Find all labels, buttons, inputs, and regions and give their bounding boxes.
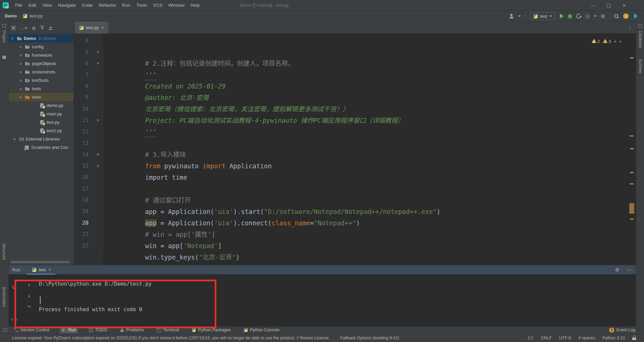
line-ending[interactable]: CRLF bbox=[541, 336, 552, 340]
fold-marker-icon[interactable] bbox=[93, 240, 103, 251]
menu-item[interactable]: Tools bbox=[133, 1, 150, 9]
tree-item[interactable]: venv bbox=[9, 93, 73, 101]
fold-marker-icon[interactable] bbox=[93, 115, 103, 126]
scrollbar-thumb[interactable] bbox=[629, 203, 634, 214]
window-grid-icon[interactable] bbox=[3, 328, 7, 332]
close-tab-icon[interactable]: ✕ bbox=[48, 268, 51, 272]
next-problem-icon[interactable]: ˅ bbox=[619, 40, 621, 44]
tree-item[interactable]: framework bbox=[9, 51, 73, 59]
chevron-down-icon[interactable] bbox=[518, 15, 521, 17]
expand-arrow-icon[interactable] bbox=[19, 53, 25, 57]
run-tab-test[interactable]: test ✕ bbox=[29, 265, 54, 275]
minimize-button[interactable]: — bbox=[591, 3, 595, 8]
expand-arrow-icon[interactable] bbox=[19, 87, 25, 91]
menu-item[interactable]: Run bbox=[119, 1, 133, 9]
tree-item[interactable]: screenshots bbox=[9, 68, 73, 76]
menu-item[interactable]: Navigate bbox=[55, 1, 79, 9]
tree-item[interactable]: config bbox=[9, 43, 73, 51]
run-button[interactable] bbox=[560, 14, 564, 18]
expand-arrow-icon[interactable] bbox=[19, 78, 25, 82]
gradient-plugin-icon[interactable] bbox=[633, 13, 639, 19]
run-configuration-select[interactable]: test bbox=[530, 12, 555, 20]
run-console[interactable]: ↻ ↑ ↓ ↪ »» D:\Python\python.exe D:/Demo/… bbox=[9, 274, 636, 326]
menu-item[interactable]: Refactor bbox=[96, 1, 119, 9]
tree-item[interactable]: External Libraries bbox=[9, 135, 73, 143]
stripe-project[interactable]: Project bbox=[2, 30, 6, 43]
stripe-mark[interactable] bbox=[630, 219, 634, 220]
tool-window-icon[interactable] bbox=[638, 24, 642, 27]
tool-window-tab[interactable]: Python Console bbox=[241, 327, 281, 333]
fold-marker-icon[interactable] bbox=[93, 80, 103, 92]
expand-arrow-icon[interactable] bbox=[19, 45, 25, 49]
maximize-button[interactable] bbox=[607, 4, 610, 7]
menu-item[interactable]: File bbox=[12, 1, 25, 9]
more-options-icon[interactable]: ⋮ bbox=[628, 24, 633, 30]
file-encoding[interactable]: UTF-8 bbox=[559, 336, 571, 340]
expand-all-icon[interactable] bbox=[40, 26, 44, 30]
tool-window-icon[interactable] bbox=[2, 24, 6, 27]
menu-item[interactable]: VCS bbox=[150, 1, 165, 9]
fold-marker-icon[interactable] bbox=[93, 103, 103, 115]
debug-button[interactable] bbox=[568, 14, 572, 18]
fold-marker-icon[interactable] bbox=[93, 35, 103, 46]
stop-button[interactable] bbox=[601, 14, 605, 18]
expand-arrow-icon[interactable] bbox=[19, 70, 25, 74]
python-interpreter[interactable]: Python 3.10 bbox=[602, 336, 625, 340]
fold-marker-icon[interactable] bbox=[93, 58, 103, 69]
fold-marker-icon[interactable] bbox=[93, 194, 103, 206]
tree-item[interactable]: test.py bbox=[9, 118, 73, 126]
locate-icon[interactable]: ⊕ bbox=[32, 25, 36, 31]
stripe-structure[interactable]: Structure bbox=[2, 243, 6, 260]
stripe-sciview[interactable]: SciView bbox=[638, 59, 643, 73]
fold-marker-icon[interactable] bbox=[93, 69, 103, 80]
stripe-mark[interactable] bbox=[630, 172, 634, 173]
chevron-down-icon[interactable] bbox=[594, 15, 597, 17]
tree-item[interactable]: tools bbox=[9, 84, 73, 93]
fold-marker-icon[interactable] bbox=[93, 206, 103, 217]
lock-icon[interactable] bbox=[632, 336, 636, 340]
fold-marker-icon[interactable] bbox=[93, 46, 103, 58]
fold-marker-icon[interactable] bbox=[93, 137, 103, 149]
tree-item[interactable]: main.py bbox=[9, 110, 73, 118]
code-with-me-icon[interactable] bbox=[509, 14, 514, 18]
tree-item[interactable]: Scratches and Con bbox=[9, 143, 73, 152]
fold-marker-icon[interactable] bbox=[93, 217, 103, 229]
horizontal-scrollbar[interactable] bbox=[11, 261, 70, 263]
tab-test-py[interactable]: test.py ✕ bbox=[75, 21, 108, 34]
gear-icon[interactable]: ⚙ bbox=[615, 267, 620, 273]
tree-item[interactable]: demo.py bbox=[9, 101, 73, 110]
menu-item[interactable]: Help bbox=[187, 1, 203, 9]
weak-warning-count[interactable]: 3 bbox=[603, 39, 611, 44]
fold-marker-icon[interactable] bbox=[93, 229, 103, 240]
stripe-mark[interactable] bbox=[630, 183, 634, 184]
menu-item[interactable]: Edit bbox=[25, 1, 39, 9]
fold-marker-icon[interactable] bbox=[93, 183, 103, 194]
fold-marker-icon[interactable] bbox=[93, 126, 103, 137]
stripe-mark[interactable] bbox=[630, 135, 634, 136]
run-with-coverage-button[interactable] bbox=[576, 14, 581, 18]
tree-item[interactable]: test1.py bbox=[9, 126, 73, 135]
stripe-database[interactable]: Database bbox=[638, 31, 643, 48]
select-opened-file-icon[interactable] bbox=[11, 26, 16, 30]
stripe-mark[interactable] bbox=[630, 148, 634, 149]
menu-item[interactable]: Code bbox=[79, 1, 96, 9]
event-log-button[interactable]: 3 Event Log bbox=[609, 328, 635, 333]
tree-item[interactable]: testSuits bbox=[9, 76, 73, 84]
close-button[interactable]: ✕ bbox=[622, 3, 627, 8]
expand-arrow-icon[interactable] bbox=[19, 95, 25, 99]
breadcrumb-project[interactable]: Demo bbox=[5, 13, 17, 18]
menu-item[interactable]: View bbox=[39, 1, 55, 9]
stripe-mark[interactable] bbox=[630, 57, 634, 58]
fallback-options[interactable]: Fallback Options (building 9:42) bbox=[340, 336, 399, 340]
tree-item[interactable]: Demo D:\Demo bbox=[9, 34, 73, 43]
prev-problem-icon[interactable]: ˄ bbox=[614, 40, 616, 44]
fold-marker-icon[interactable] bbox=[93, 149, 103, 160]
code-editor[interactable]: 4 5 # 2.注释：包括记录创建时间，创建人，项目名称。 6 ''' bbox=[74, 34, 629, 265]
hide-panel-button[interactable]: — bbox=[627, 267, 631, 272]
caret-position[interactable]: 2:1 bbox=[528, 336, 533, 340]
fold-marker-icon[interactable] bbox=[93, 92, 103, 103]
stripe-bookmarks[interactable]: Bookmarks bbox=[2, 287, 6, 307]
update-icon[interactable]: ↑ bbox=[623, 13, 629, 19]
fold-marker-icon[interactable] bbox=[93, 160, 103, 172]
collapse-all-icon[interactable] bbox=[49, 26, 53, 30]
